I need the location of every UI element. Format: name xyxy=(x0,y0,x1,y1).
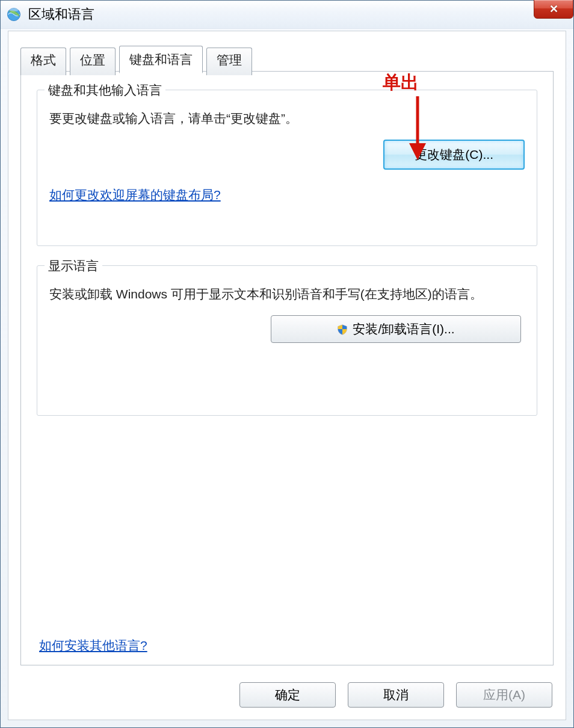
close-icon: ✕ xyxy=(549,2,558,16)
tab-format[interactable]: 格式 xyxy=(20,48,66,75)
keyboard-group-legend: 键盘和其他输入语言 xyxy=(45,82,165,99)
display-group-legend: 显示语言 xyxy=(45,258,102,274)
region-language-dialog: 区域和语言 ✕ 格式 位置 键盘和语言 管理 单出 键盘和其他输入语言 要更改键 xyxy=(0,0,574,728)
titlebar: 区域和语言 ✕ xyxy=(1,1,573,29)
change-keyboard-button[interactable]: 更改键盘(C)... xyxy=(383,140,525,170)
keyboard-input-group: 键盘和其他输入语言 要更改键盘或输入语言，请单击“更改键盘”。 更改键盘(C).… xyxy=(37,90,537,246)
window-title: 区域和语言 xyxy=(28,5,94,23)
tab-location[interactable]: 位置 xyxy=(70,48,116,75)
welcome-keyboard-layout-link[interactable]: 如何更改欢迎屏幕的键盘布局? xyxy=(49,188,221,202)
display-group-desc: 安装或卸载 Windows 可用于显示文本和识别语音和手写(在支持地区)的语言。 xyxy=(49,284,525,304)
install-other-languages-link[interactable]: 如何安装其他语言? xyxy=(39,638,147,652)
tab-content: 键盘和其他输入语言 要更改键盘或输入语言，请单击“更改键盘”。 更改键盘(C).… xyxy=(20,71,554,665)
globe-icon xyxy=(5,6,22,23)
svg-point-1 xyxy=(9,8,19,12)
install-uninstall-language-button[interactable]: 安装/卸载语言(I)... xyxy=(271,315,521,343)
close-button[interactable]: ✕ xyxy=(534,0,573,19)
dialog-body: 格式 位置 键盘和语言 管理 单出 键盘和其他输入语言 要更改键盘或输入语言，请… xyxy=(8,31,566,720)
uac-shield-icon xyxy=(337,324,348,335)
keyboard-group-desc: 要更改键盘或输入语言，请单击“更改键盘”。 xyxy=(49,108,525,129)
display-language-group: 显示语言 安装或卸载 Windows 可用于显示文本和识别语音和手写(在支持地区… xyxy=(37,265,537,416)
tab-strip: 格式 位置 键盘和语言 管理 xyxy=(20,46,252,73)
install-uninstall-language-label: 安装/卸载语言(I)... xyxy=(353,321,454,338)
apply-button[interactable]: 应用(A) xyxy=(456,682,552,708)
dialog-button-row: 确定 取消 应用(A) xyxy=(239,682,552,708)
tab-admin[interactable]: 管理 xyxy=(206,48,252,75)
tab-keyboard-language[interactable]: 键盘和语言 xyxy=(119,46,203,73)
ok-button[interactable]: 确定 xyxy=(239,682,336,708)
cancel-button[interactable]: 取消 xyxy=(348,682,444,708)
